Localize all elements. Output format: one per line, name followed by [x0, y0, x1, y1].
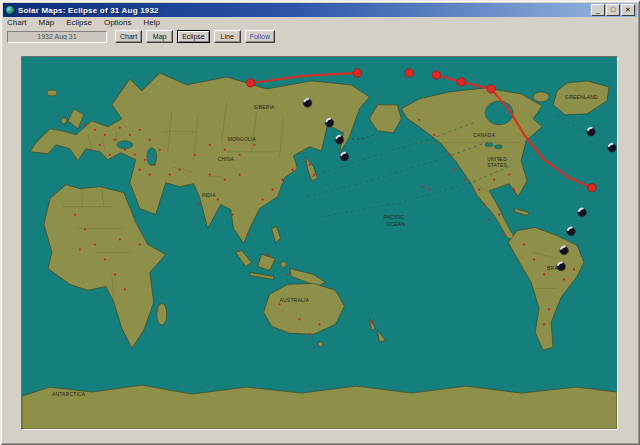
- city-dot: [94, 129, 96, 131]
- eclipse-phase-icon[interactable]: [587, 128, 596, 137]
- eclipse-phase-icon[interactable]: [557, 262, 566, 271]
- island-ireland: [61, 118, 67, 124]
- city-dot: [433, 134, 435, 136]
- world-map[interactable]: SIBERIAMONGOLIACHINAINDIAPACIFICOCEANAUS…: [21, 56, 618, 430]
- menu-help[interactable]: Help: [138, 17, 166, 28]
- app-window: Solar Maps: Eclipse of 31 Aug 1932 _ □ ✕…: [0, 0, 640, 445]
- eclipse-path-dot[interactable]: [588, 183, 596, 191]
- city-dot: [418, 119, 420, 121]
- eclipse-phase-icon[interactable]: [340, 152, 349, 161]
- eclipse-button[interactable]: Eclipse: [177, 30, 210, 43]
- city-dot: [483, 204, 485, 206]
- city-dot: [548, 308, 550, 310]
- city-dot: [119, 127, 121, 129]
- city-dot: [89, 149, 91, 151]
- city-dot: [224, 179, 226, 181]
- city-dot: [217, 199, 219, 201]
- map-label: PACIFIC: [383, 214, 404, 220]
- map-label: INDIA: [202, 192, 217, 198]
- eclipse-path-dot[interactable]: [246, 79, 254, 87]
- city-dot: [84, 228, 86, 230]
- city-dot: [266, 253, 268, 255]
- great-lakes-east: [494, 145, 502, 149]
- city-dot: [508, 174, 510, 176]
- island-tasmania: [318, 342, 323, 347]
- city-dot: [239, 174, 241, 176]
- menu-options[interactable]: Options: [98, 17, 138, 28]
- island-madagascar: [157, 303, 167, 325]
- city-dot: [448, 154, 450, 156]
- city-dot: [239, 154, 241, 156]
- close-button[interactable]: ✕: [621, 4, 635, 16]
- maximize-button[interactable]: □: [606, 4, 620, 16]
- hudson-bay: [485, 101, 513, 125]
- eclipse-phase-icon[interactable]: [335, 135, 344, 144]
- chart-button[interactable]: Chart: [115, 30, 142, 43]
- city-dot: [232, 213, 234, 215]
- city-dot: [543, 323, 545, 325]
- city-dot: [149, 174, 151, 176]
- city-dot: [159, 149, 161, 151]
- city-dot: [104, 258, 106, 260]
- eclipse-path-dot[interactable]: [405, 69, 413, 77]
- menu-map[interactable]: Map: [33, 17, 61, 28]
- eclipse-phase-icon[interactable]: [578, 208, 587, 217]
- city-dot: [308, 333, 310, 335]
- map-label: SIBERIA: [254, 104, 275, 110]
- city-dot: [493, 179, 495, 181]
- city-dot: [503, 233, 505, 235]
- island-baffin: [533, 92, 549, 102]
- follow-button[interactable]: Follow: [245, 30, 275, 43]
- city-dot: [144, 159, 146, 161]
- eclipse-path-dot[interactable]: [487, 85, 495, 93]
- city-dot: [463, 179, 465, 181]
- city-dot: [573, 268, 575, 270]
- map-label: ANTARCTICA: [52, 391, 86, 397]
- city-dot: [254, 144, 256, 146]
- city-dot: [209, 144, 211, 146]
- title-bar: Solar Maps: Eclipse of 31 Aug 1932 _ □ ✕: [3, 3, 637, 17]
- city-dot: [247, 233, 249, 235]
- map-label: OCEAN: [386, 221, 405, 227]
- world-map-svg[interactable]: SIBERIAMONGOLIACHINAINDIAPACIFICOCEANAUS…: [22, 57, 617, 429]
- city-dot: [114, 139, 116, 141]
- menu-bar: Chart Map Eclipse Options Help: [3, 17, 637, 28]
- eclipse-path-dot[interactable]: [457, 78, 465, 86]
- eclipse-phase-icon[interactable]: [567, 227, 576, 236]
- city-dot: [209, 174, 211, 176]
- city-dot: [104, 134, 106, 136]
- city-dot: [523, 243, 525, 245]
- eclipse-phase-icon[interactable]: [325, 119, 334, 128]
- black-sea: [117, 141, 133, 149]
- city-dot: [308, 164, 310, 166]
- date-field[interactable]: [7, 31, 107, 43]
- line-button[interactable]: Line: [214, 30, 241, 43]
- city-dot: [109, 154, 111, 156]
- eclipse-phase-icon[interactable]: [608, 143, 617, 152]
- menu-chart[interactable]: Chart: [3, 17, 33, 28]
- map-label: CANADA: [473, 132, 495, 138]
- city-dot: [278, 303, 280, 305]
- city-dot: [533, 258, 535, 260]
- city-dot: [94, 243, 96, 245]
- city-dot: [84, 124, 86, 126]
- eclipse-path-dot[interactable]: [432, 71, 440, 79]
- minimize-button[interactable]: _: [591, 4, 605, 16]
- menu-eclipse[interactable]: Eclipse: [60, 17, 98, 28]
- island-iceland: [47, 90, 57, 96]
- city-dot: [371, 321, 373, 323]
- toolbar-buttons: Chart Map Eclipse Line Follow: [115, 30, 279, 43]
- city-dot: [194, 154, 196, 156]
- city-dot: [179, 169, 181, 171]
- app-icon: [5, 5, 15, 15]
- city-dot: [149, 139, 151, 141]
- city-dot: [543, 273, 545, 275]
- city-dot: [139, 129, 141, 131]
- eclipse-phase-icon[interactable]: [560, 246, 569, 255]
- city-dot: [224, 149, 226, 151]
- map-button[interactable]: Map: [146, 30, 173, 43]
- island-sulawesi: [281, 261, 287, 267]
- eclipse-phase-icon[interactable]: [303, 99, 312, 108]
- city-dot: [271, 189, 273, 191]
- eclipse-path-dot[interactable]: [353, 69, 361, 77]
